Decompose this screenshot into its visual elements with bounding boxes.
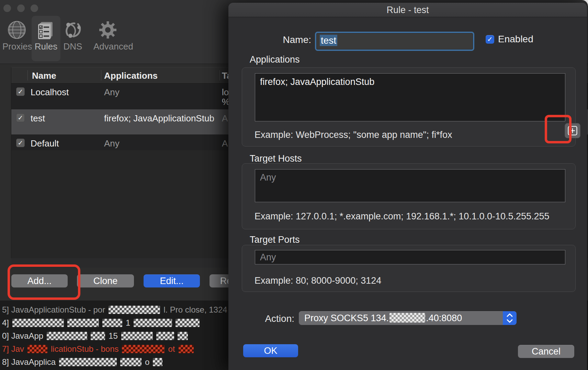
censored-pixelation [178, 332, 188, 340]
rule-applications: Any [104, 87, 120, 98]
censored-pixelation [122, 345, 165, 353]
target-hosts-label: Target Hosts [250, 153, 302, 164]
gear-icon [98, 20, 118, 40]
target-ports-input[interactable]: Any [255, 250, 565, 264]
edit-button[interactable]: Edit... [144, 274, 200, 287]
target-hosts-placeholder: Any [260, 172, 565, 183]
censored-pixelation [121, 332, 153, 340]
toolbar-item-label: DNS [58, 41, 87, 52]
row-checkbox[interactable]: ✓ [16, 113, 25, 122]
dns-icon [63, 20, 83, 40]
minimize-window-icon[interactable] [17, 4, 25, 12]
rule-target: lo [222, 87, 229, 98]
censored-pixelation [102, 319, 122, 327]
name-value-selected-text: test [320, 35, 337, 46]
cancel-button[interactable]: Cancel [518, 345, 574, 358]
target-hosts-groupbox: Any Example: 127.0.0.1; *.example.com; 1… [242, 163, 576, 229]
target-ports-example: Example: 80; 8000-9000; 3124 [255, 275, 381, 286]
ok-button[interactable]: OK [243, 344, 298, 357]
censored-pixelation [120, 358, 142, 366]
censored-pixelation [176, 319, 200, 327]
log-text-fragment: 15 [109, 331, 118, 341]
log-text-fragment: 4] [2, 318, 9, 328]
log-text-fragment: 0] JavaApp [2, 331, 43, 341]
action-value-prefix: Proxy SOCKS5 134. [304, 313, 389, 323]
rule-name: Default [31, 138, 59, 149]
dropdown-stepper-cap [503, 311, 517, 325]
globe-icon [7, 20, 27, 40]
name-label: Name: [271, 34, 311, 45]
toolbar-item-rules[interactable]: Rules [32, 16, 60, 61]
censored-pixelation [134, 319, 172, 327]
target-ports-label: Target Ports [250, 235, 300, 245]
log-text-fragment: 7] Jav [2, 344, 24, 354]
target-hosts-textarea[interactable]: Any [255, 169, 565, 202]
rule-dialog: Rule - test Name: test ✓ Enabled Applica… [228, 3, 587, 370]
censored-pixelation [91, 332, 105, 340]
censored-pixelation [47, 332, 87, 340]
log-text-fragment: o [145, 357, 149, 367]
row-checkbox[interactable]: ✓ [16, 139, 25, 147]
censored-pixelation [153, 358, 162, 366]
rule-name: test [31, 113, 45, 124]
toolbar-item-advanced[interactable]: Advanced [93, 16, 122, 61]
enabled-label: Enabled [498, 34, 533, 45]
rules-icon [36, 20, 56, 40]
censored-pixelation [179, 345, 194, 353]
dialog-titlebar[interactable]: Rule - test [228, 3, 587, 17]
dialog-title: Rule - test [228, 5, 587, 15]
censored-pixelation [156, 332, 174, 340]
rule-target: A [222, 138, 228, 149]
name-input[interactable]: test [315, 32, 474, 51]
clone-button[interactable]: Clone [77, 274, 134, 287]
check-icon: ✓ [487, 35, 493, 43]
applications-value: firefox; JavaApplicationStub [260, 77, 565, 87]
censored-pixelation [109, 306, 160, 314]
toolbar-item-label: Proxies [2, 41, 31, 52]
enabled-checkbox[interactable]: ✓ [486, 35, 494, 44]
annotation-add-button [8, 264, 80, 300]
close-window-icon[interactable] [3, 4, 11, 12]
log-text-fragment: ot [168, 344, 175, 354]
action-label: Action: [261, 313, 294, 324]
zoom-window-icon[interactable] [31, 4, 38, 12]
applications-example: Example: WebProcess; "some app name"; fi… [255, 130, 452, 140]
log-text-fragment: 8] JavaApplica [2, 357, 56, 367]
censored-pixelation [27, 345, 47, 353]
applications-groupbox: firefox; JavaApplicationStub Example: We… [242, 67, 576, 146]
rule-applications: Any [104, 138, 120, 149]
target-ports-placeholder: Any [260, 252, 565, 263]
column-header-name[interactable]: Name [32, 70, 56, 81]
rule-applications: firefox; JavaApplicationStub [104, 113, 214, 124]
target-hosts-example: Example: 127.0.0.1; *.example.com; 192.1… [255, 211, 550, 222]
censored-pixelation [389, 313, 425, 323]
chevron-up-down-icon [506, 313, 513, 323]
censored-pixelation [59, 358, 117, 366]
toolbar-item-dns[interactable]: DNS [58, 16, 87, 61]
column-header-applications[interactable]: Applications [104, 70, 158, 81]
toolbar-item-proxies[interactable]: Proxies [2, 16, 31, 61]
log-text-fragment: 5] JavaApplicationStub - por [2, 305, 105, 315]
rule-target: A [222, 113, 228, 124]
annotation-plus-button [545, 115, 572, 143]
screenshot-stage: ProxiesRulesDNSAdvanced ✓LocalhostAnylo%… [0, 0, 588, 370]
rule-name: Localhost [31, 87, 69, 98]
censored-pixelation [67, 319, 99, 327]
row-checkbox[interactable]: ✓ [16, 87, 25, 96]
log-text-fragment: licationStub - bons [51, 344, 118, 354]
log-text-fragment: 1 [126, 318, 130, 328]
action-value-suffix: .40:8080 [426, 313, 462, 323]
toolbar-item-label: Advanced [93, 41, 122, 52]
toolbar-item-label: Rules [32, 41, 60, 52]
applications-label: Applications [250, 54, 300, 65]
target-ports-groupbox: Any Example: 80; 8000-9000; 3124 [242, 245, 576, 292]
censored-pixelation [12, 319, 64, 327]
applications-textarea[interactable]: firefox; JavaApplicationStub [255, 73, 565, 121]
action-dropdown[interactable]: Proxy SOCKS5 134..40:8080 [299, 311, 517, 325]
